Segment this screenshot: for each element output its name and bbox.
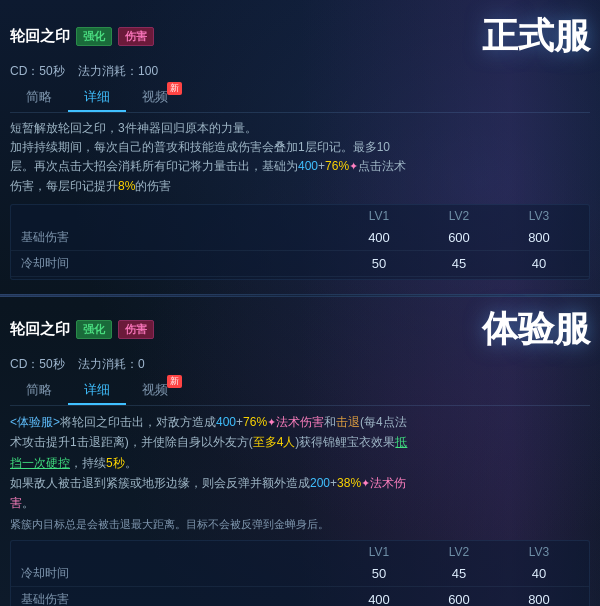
top-row-values-0: 400 600 800: [339, 230, 579, 245]
bottom-cd: CD：50秒: [10, 357, 65, 371]
top-row-base-dmg: 基础伤害 400 600 800: [11, 225, 589, 251]
top-new-badge: 新: [167, 82, 182, 95]
bottom-row-values-1: 400 600 800: [339, 592, 579, 606]
bottom-val-1-1: 600: [419, 592, 499, 606]
top-section: 轮回之印 强化 伤害 正式服 CD：50秒 法力消耗：100 简略 详细 视频 …: [0, 8, 600, 290]
top-val-1-0: 50: [339, 256, 419, 271]
bottom-cd-line: CD：50秒 法力消耗：0: [10, 356, 590, 373]
bottom-skill-header: 轮回之印 强化 伤害 体验服: [10, 305, 590, 354]
tab-bottom-detail[interactable]: 详细: [68, 377, 126, 405]
bottom-server-label: 体验服: [482, 305, 590, 354]
top-row-label-1: 冷却时间: [21, 255, 339, 272]
bottom-row-cd: 冷却时间 50 45 40: [11, 561, 589, 587]
top-description: 短暂解放轮回之印，3件神器回归原本的力量。 加持持续期间，每次自己的普攻和技能造…: [10, 119, 410, 196]
top-cd: CD：50秒: [10, 64, 65, 78]
note-line-1: 紧簇内目标总是会被击退最大距离。目标不会被反弹到金蝉身后。: [10, 518, 329, 530]
main-content: 轮回之印 强化 伤害 正式服 CD：50秒 法力消耗：100 简略 详细 视频 …: [0, 0, 600, 606]
top-row-values-1: 50 45 40: [339, 256, 579, 271]
bottom-val-0-1: 45: [419, 566, 499, 581]
bottom-tag-damage: 伤害: [118, 320, 154, 339]
test-server-prefix: <体验服>: [10, 415, 60, 429]
bottom-val-0-0: 50: [339, 566, 419, 581]
tab-bottom-brief[interactable]: 简略: [10, 377, 68, 405]
bottom-val-1-0: 400: [339, 592, 419, 606]
bottom-row-base-dmg: 基础伤害 400 600 800: [11, 587, 589, 606]
top-skill-name: 轮回之印: [10, 27, 70, 46]
top-tag-damage: 伤害: [118, 27, 154, 46]
top-val-1-1: 45: [419, 256, 499, 271]
bottom-lv3-header: LV3: [499, 545, 579, 559]
top-val-0-2: 800: [499, 230, 579, 245]
tab-top-detail[interactable]: 详细: [68, 84, 126, 112]
top-mana: 法力消耗：100: [78, 64, 158, 78]
bottom-description: <体验服>将轮回之印击出，对敌方造成400+76%✦法术伤害和击退(每4点法术攻…: [10, 412, 410, 534]
bottom-new-badge: 新: [167, 375, 182, 388]
top-lv1-header: LV1: [339, 209, 419, 223]
bottom-mana: 法力消耗：0: [78, 357, 145, 371]
top-lv2-header: LV2: [419, 209, 499, 223]
bottom-section: 轮回之印 强化 伤害 体验服 CD：50秒 法力消耗：0 简略 详细 视频 新 …: [0, 301, 600, 606]
top-table-headers: LV1 LV2 LV3: [11, 209, 589, 223]
top-cd-line: CD：50秒 法力消耗：100: [10, 63, 590, 80]
bottom-val-0-2: 40: [499, 566, 579, 581]
top-val-1-2: 40: [499, 256, 579, 271]
bottom-tag-enhance: 强化: [76, 320, 112, 339]
bottom-val-1-2: 800: [499, 592, 579, 606]
bottom-lv1-header: LV1: [339, 545, 419, 559]
bottom-tabs: 简略 详细 视频 新: [10, 377, 590, 406]
top-lv3-header: LV3: [499, 209, 579, 223]
bottom-row-values-0: 50 45 40: [339, 566, 579, 581]
tab-bottom-video[interactable]: 视频 新: [126, 377, 184, 405]
bottom-row-label-0: 冷却时间: [21, 565, 339, 582]
section-separator: [0, 294, 600, 297]
bottom-table-container: LV1 LV2 LV3 冷却时间 50 45 40 基础伤害 400 600 8…: [10, 540, 590, 606]
top-tag-enhance: 强化: [76, 27, 112, 46]
tab-top-video[interactable]: 视频 新: [126, 84, 184, 112]
top-server-label: 正式服: [482, 12, 590, 61]
bottom-skill-name: 轮回之印: [10, 320, 70, 339]
top-row-cd: 冷却时间 50 45 40: [11, 251, 589, 277]
top-val-0-1: 600: [419, 230, 499, 245]
bottom-lv2-header: LV2: [419, 545, 499, 559]
top-tabs: 简略 详细 视频 新: [10, 84, 590, 113]
top-row-label-0: 基础伤害: [21, 229, 339, 246]
bottom-table-headers: LV1 LV2 LV3: [11, 545, 589, 559]
tab-top-brief[interactable]: 简略: [10, 84, 68, 112]
top-val-0-0: 400: [339, 230, 419, 245]
top-table-container: LV1 LV2 LV3 基础伤害 400 600 800 冷却时间 50 45 …: [10, 204, 590, 280]
bottom-row-label-1: 基础伤害: [21, 591, 339, 606]
top-skill-header: 轮回之印 强化 伤害 正式服: [10, 12, 590, 61]
